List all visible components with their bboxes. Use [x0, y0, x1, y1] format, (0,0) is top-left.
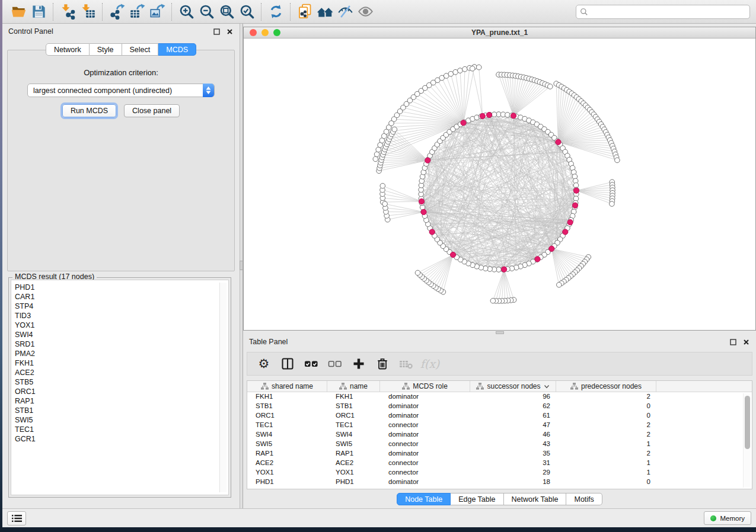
delete-columns-button[interactable] [372, 354, 393, 373]
memory-button[interactable]: Memory [704, 511, 751, 525]
tab-motifs[interactable]: Motifs [566, 493, 602, 505]
table-row[interactable]: FKH1FKH1dominator962 [247, 392, 752, 402]
table-row[interactable]: SWI4SWI4dominator462 [247, 430, 752, 440]
mcds-result-item[interactable]: STB1 [15, 406, 228, 415]
mcds-result-item[interactable]: SRD1 [15, 339, 228, 349]
table-row[interactable]: STB1STB1dominator620 [247, 402, 752, 411]
open-file-button[interactable] [8, 2, 28, 21]
search-input[interactable] [588, 6, 746, 18]
close-panel-button[interactable]: Close panel [124, 104, 180, 117]
hide-selected-icon [337, 4, 353, 20]
hide-selected-button[interactable] [335, 2, 355, 21]
column-header-label: name [350, 382, 368, 390]
export-network-button[interactable] [107, 2, 127, 21]
cell-name: RAP1 [327, 449, 380, 459]
table-row[interactable]: SWI5SWI5connector431 [247, 440, 752, 449]
tab-network-table[interactable]: Network Table [504, 493, 567, 505]
column-header-predecessor-nodes[interactable]: predecessor nodes [556, 381, 656, 392]
mcds-result-item[interactable]: PMA2 [15, 349, 228, 358]
import-table-button[interactable] [78, 2, 98, 21]
cell-name: SWI5 [327, 440, 380, 449]
toggle-panels-button[interactable] [277, 354, 298, 373]
tab-select[interactable]: Select [122, 43, 159, 56]
float-panel-icon[interactable] [212, 27, 221, 36]
import-network-button[interactable] [58, 2, 78, 21]
network-canvas[interactable] [244, 39, 756, 331]
mcds-result-item[interactable]: STP4 [15, 302, 228, 311]
table-row[interactable]: ORC1ORC1dominator610 [247, 411, 752, 421]
mcds-result-item[interactable]: SWI5 [15, 415, 228, 425]
zoom-out-icon [199, 4, 215, 20]
cell-successor-nodes: 61 [470, 411, 556, 421]
mcds-result-item[interactable]: ACE2 [15, 368, 228, 377]
mcds-result-item[interactable]: CAR1 [15, 292, 228, 302]
cell-MCDS-role: dominator [380, 430, 470, 440]
network-window-titlebar[interactable]: YPA_prune.txt_1 [244, 27, 755, 39]
mcds-result-item[interactable]: ORC1 [15, 387, 228, 396]
cell-successor-nodes: 18 [470, 477, 556, 487]
save-session-button[interactable] [28, 2, 49, 21]
close-panel-icon[interactable] [742, 338, 750, 346]
criterion-select[interactable]: largest connected component (undirected) [27, 84, 215, 97]
export-image-button[interactable] [147, 2, 167, 21]
status-bar: Memory [2, 508, 756, 527]
cell-successor-nodes: 35 [470, 449, 556, 459]
show-all-button[interactable] [355, 2, 375, 21]
select-all-columns-button[interactable] [301, 354, 322, 373]
zoom-out-button[interactable] [196, 2, 216, 21]
scrollbar-thumb[interactable] [745, 396, 750, 449]
mcds-result-item[interactable]: GCR1 [15, 434, 228, 444]
cell-name: ACE2 [327, 459, 380, 468]
mcds-result-item[interactable]: SWI4 [15, 330, 228, 339]
refresh-view-button[interactable] [266, 2, 286, 21]
add-column-button[interactable] [348, 354, 369, 373]
mcds-result-list[interactable]: PHD1CAR1STP4TID3YOX1SWI4SRD1PMA2FKH1ACE2… [11, 280, 229, 495]
mcds-result-item[interactable]: YOX1 [15, 321, 228, 330]
close-panel-icon[interactable] [225, 27, 234, 36]
table-scrollbar[interactable] [743, 393, 751, 488]
zoom-in-button[interactable] [176, 2, 196, 21]
table-row[interactable]: PHD1PHD1dominator180 [247, 477, 752, 487]
mcds-result-item[interactable]: PHD1 [15, 283, 228, 292]
mcds-result-item[interactable]: TID3 [15, 311, 228, 321]
float-panel-icon[interactable] [729, 338, 737, 346]
export-table-button[interactable] [127, 2, 147, 21]
table-row[interactable]: ACE2ACE2connector311 [247, 459, 752, 468]
mcds-result-item[interactable]: STB5 [15, 377, 228, 387]
cell-shared-name: ACE2 [247, 459, 327, 468]
table-row[interactable]: TEC1TEC1connector472 [247, 421, 752, 430]
table-row[interactable]: RAP1RAP1dominator352 [247, 449, 752, 459]
cell-predecessor-nodes: 2 [556, 430, 656, 440]
zoom-fit-button[interactable] [216, 2, 237, 21]
control-panel-header: Control Panel [2, 24, 240, 39]
tab-node-table[interactable]: Node Table [397, 493, 451, 505]
new-network-from-selection-button[interactable] [295, 2, 315, 21]
cell-name: YOX1 [327, 468, 380, 477]
column-header-successor-nodes[interactable]: successor nodes [470, 381, 556, 392]
cell-shared-name: RAP1 [247, 449, 327, 459]
optimization-criterion-label: Optimization criterion: [8, 68, 234, 77]
search-box[interactable] [576, 5, 750, 19]
first-neighbors-button[interactable] [315, 2, 335, 21]
import-network-icon [60, 4, 76, 20]
show-panel-list-button[interactable] [7, 511, 26, 525]
mcds-result-item[interactable]: FKH1 [15, 358, 228, 368]
mcds-result-item[interactable]: RAP1 [15, 396, 228, 406]
mcds-result-item[interactable]: TEC1 [15, 425, 228, 434]
column-header-shared-name[interactable]: shared name [247, 381, 327, 392]
unselect-all-columns-button[interactable] [324, 354, 346, 373]
run-mcds-button[interactable]: Run MCDS [62, 104, 116, 117]
table-settings-button[interactable]: ⚙ [253, 354, 275, 373]
tab-network[interactable]: Network [46, 43, 90, 56]
control-panel-title: Control Panel [8, 27, 53, 36]
tab-mcds[interactable]: MCDS [158, 43, 196, 56]
memory-status-icon [710, 515, 716, 521]
table-row[interactable]: YOX1YOX1connector291 [247, 468, 752, 477]
column-header-name[interactable]: name [327, 381, 380, 392]
tab-edge-table[interactable]: Edge Table [451, 493, 503, 505]
column-header-MCDS-role[interactable]: MCDS role [380, 381, 470, 392]
zoom-selected-button[interactable] [237, 2, 257, 21]
mcds-list-scrollbar[interactable] [219, 283, 227, 492]
cell-predecessor-nodes: 1 [556, 468, 656, 477]
tab-style[interactable]: Style [90, 43, 122, 56]
